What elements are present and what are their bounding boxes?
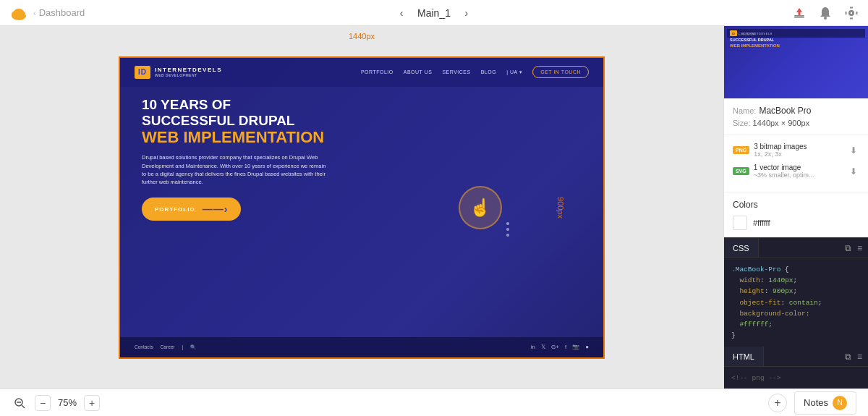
footer-contacts: Contacts bbox=[135, 344, 153, 350]
nav-lang: | UA ▾ bbox=[506, 69, 522, 75]
html-tab-actions: ⧉ ≡ bbox=[845, 352, 868, 362]
social-other-icon: ● bbox=[585, 344, 589, 350]
svg-line-11 bbox=[22, 405, 25, 408]
png-info: 3 bitmap images 1x, 2x, 3x bbox=[754, 143, 843, 158]
settings-icon[interactable] bbox=[843, 5, 859, 21]
chevron-left-icon: ‹ bbox=[33, 9, 36, 17]
panel-images: PNG 3 bitmap images 1x, 2x, 3x ⬇ SVG 1 v… bbox=[724, 135, 868, 192]
color-swatch-white[interactable] bbox=[733, 216, 747, 230]
cloud-logo-icon[interactable] bbox=[9, 3, 29, 23]
webpage-frame: ID INTERNETDEVELS WEB DEVELOPMENT PORTFO… bbox=[119, 56, 605, 359]
panel-colors: Colors #ffffff bbox=[724, 192, 868, 237]
css-tab[interactable]: CSS bbox=[724, 238, 759, 258]
site-scroll-dots bbox=[506, 222, 509, 237]
site-heading-1: 10 YEARS OF bbox=[142, 98, 582, 113]
copy-icon[interactable]: ⧉ bbox=[845, 243, 851, 253]
footer-search-icon: 🔍 bbox=[190, 344, 196, 350]
png-row: PNG 3 bitmap images 1x, 2x, 3x ⬇ bbox=[733, 143, 859, 158]
dashboard-link[interactable]: ‹ Dashboard bbox=[33, 7, 85, 18]
svg-point-7 bbox=[824, 17, 827, 20]
prev-page-button[interactable]: ‹ bbox=[394, 6, 409, 20]
site-nav-links: PORTFOLIO ABOUT US SERVICES BLOG | UA ▾ … bbox=[361, 66, 589, 78]
panel-preview-accent: WEB IMPLEMENTATION bbox=[730, 43, 780, 48]
cta-arrow-icon: ——› bbox=[203, 203, 229, 215]
zoom-icon[interactable] bbox=[12, 395, 27, 411]
site-dot-3 bbox=[506, 234, 509, 237]
site-footer-links: Contacts Career | 🔍 bbox=[135, 344, 196, 350]
html-menu-icon[interactable]: ≡ bbox=[857, 352, 862, 362]
notes-avatar: N bbox=[833, 396, 847, 410]
social-linkedin-icon: in bbox=[531, 344, 535, 350]
preview-logo: ID bbox=[730, 30, 737, 36]
site-heading-accent: WEB IMPLEMENTATION bbox=[142, 129, 582, 146]
site-dot-1 bbox=[506, 222, 509, 225]
page-name: Main_1 bbox=[417, 7, 451, 19]
zoom-in-button[interactable]: + bbox=[84, 395, 100, 411]
site-content: 10 YEARS OF SUCCESSFUL DRUPAL WEB IMPLEM… bbox=[142, 98, 582, 336]
color-hex-white: #ffffff bbox=[753, 218, 770, 227]
site-description: Drupal based solutions provider company … bbox=[142, 153, 330, 186]
html-copy-icon[interactable]: ⧉ bbox=[845, 352, 851, 362]
right-panel: 10 YEARS OF SUCCESSFUL DRUPAL WEB IMPLEM… bbox=[723, 26, 868, 389]
footer-divider: | bbox=[182, 344, 184, 350]
svg-marker-6 bbox=[796, 8, 802, 15]
social-google-icon: G+ bbox=[551, 344, 559, 350]
site-cta-button[interactable]: PORTFOLIO ——› bbox=[142, 198, 241, 221]
name-label: Name: bbox=[733, 106, 756, 115]
upload-icon[interactable] bbox=[791, 5, 807, 21]
svg-info: 1 vector image ~3% smaller, optim... bbox=[754, 164, 843, 179]
panel-preview: 10 YEARS OF SUCCESSFUL DRUPAL WEB IMPLEM… bbox=[724, 26, 868, 98]
zoom-level: 75% bbox=[58, 397, 77, 408]
site-logo: ID INTERNETDEVELS WEB DEVELOPMENT bbox=[135, 66, 222, 79]
site-hand-decoration: ☝ bbox=[459, 186, 502, 229]
main-content: 1440px ID INTERNETDEVELS WEB DEVELOPMENT… bbox=[0, 26, 868, 389]
site-nav: ID INTERNETDEVELS WEB DEVELOPMENT PORTFO… bbox=[120, 58, 603, 87]
social-facebook-icon: f bbox=[565, 344, 566, 350]
color-row: #ffffff bbox=[733, 216, 859, 230]
preview-logo-name: INTERNETDEVELS bbox=[741, 32, 773, 35]
canvas-width-label: 1440px bbox=[349, 32, 375, 41]
panel-size-row: Size: 1440px × 900px bbox=[733, 119, 859, 127]
nav-portfolio: PORTFOLIO bbox=[361, 69, 393, 75]
panel-preview-nav: ID INTERNETDEVELS bbox=[727, 29, 865, 38]
svg-download-button[interactable]: ⬇ bbox=[848, 166, 859, 177]
panel-info: Name: MacBook Pro Size: 1440px × 900px bbox=[724, 98, 868, 135]
top-bar: ‹ Dashboard ‹ Main_1 › bbox=[0, 0, 868, 26]
social-twitter-icon: 𝕏 bbox=[541, 344, 545, 350]
colors-title: Colors bbox=[733, 200, 859, 210]
nav-cta-button[interactable]: GET IN TOUCH bbox=[532, 66, 589, 78]
png-badge: PNG bbox=[733, 146, 749, 154]
size-value: 1440px × 900px bbox=[753, 119, 810, 127]
site-footer-social: in 𝕏 G+ f 📷 ● bbox=[531, 344, 589, 350]
top-bar-right bbox=[791, 5, 859, 21]
nav-services: SERVICES bbox=[442, 69, 470, 75]
add-button[interactable]: + bbox=[768, 394, 787, 412]
svg-rect-5 bbox=[794, 17, 804, 18]
size-label: Size: bbox=[733, 119, 750, 127]
svg-row: SVG 1 vector image ~3% smaller, optim...… bbox=[733, 164, 859, 179]
svg-point-9 bbox=[850, 12, 853, 14]
top-bar-left: ‹ Dashboard bbox=[9, 3, 85, 23]
code-tab-bar: CSS ⧉ ≡ bbox=[724, 238, 868, 258]
notes-button[interactable]: Notes N bbox=[794, 391, 856, 415]
panel-name-row: Name: MacBook Pro bbox=[733, 106, 859, 116]
top-bar-center: ‹ Main_1 › bbox=[394, 6, 474, 20]
nav-about: ABOUT US bbox=[404, 69, 433, 75]
site-heading-2: SUCCESSFUL DRUPAL bbox=[142, 114, 582, 129]
name-value: MacBook Pro bbox=[759, 106, 811, 116]
html-tab-bar: HTML ⧉ ≡ bbox=[724, 347, 868, 367]
canvas-area[interactable]: 1440px ID INTERNETDEVELS WEB DEVELOPMENT… bbox=[0, 26, 723, 389]
notification-icon[interactable] bbox=[817, 5, 833, 21]
site-logo-icon: ID bbox=[135, 66, 150, 79]
bottom-bar: − 75% + + Notes N bbox=[0, 389, 868, 416]
png-download-button[interactable]: ⬇ bbox=[848, 145, 859, 156]
next-page-button[interactable]: › bbox=[459, 6, 474, 20]
menu-icon[interactable]: ≡ bbox=[857, 243, 862, 253]
footer-career: Career bbox=[161, 344, 175, 350]
zoom-out-button[interactable]: − bbox=[35, 395, 51, 411]
code-panel: CSS ⧉ ≡ .MacBook-Pro { width: 1440px; he… bbox=[724, 237, 868, 389]
html-tab[interactable]: HTML bbox=[724, 347, 764, 366]
html-code: <!-- png --> <img src="img/mac-book-pro.… bbox=[724, 367, 868, 389]
svg-point-3 bbox=[14, 9, 24, 16]
bottom-right: + Notes N bbox=[768, 391, 856, 415]
